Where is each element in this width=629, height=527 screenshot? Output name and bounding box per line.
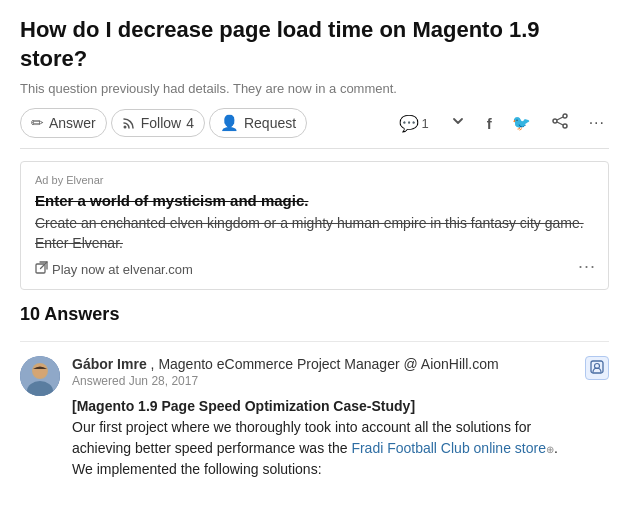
answer-author: Gábor Imre , Magento eCommerce Project M… <box>72 356 573 372</box>
svg-point-0 <box>123 126 126 129</box>
svg-point-2 <box>553 119 557 123</box>
answer-item: Gábor Imre , Magento eCommerce Project M… <box>20 356 609 480</box>
page-container: How do I decrease page load time on Mage… <box>0 0 629 480</box>
answer-body: [Magento 1.9 Page Speed Optimization Cas… <box>72 396 573 480</box>
comment-count: 1 <box>421 116 428 131</box>
author-name: Gábor Imre <box>72 356 147 372</box>
answers-count-header: 10 Answers <box>20 304 609 325</box>
request-icon: 👤 <box>220 114 239 132</box>
follow-button[interactable]: Follow 4 <box>111 109 205 137</box>
action-bar: ✏ Answer Follow 4 👤 Request 💬 1 <box>20 108 609 149</box>
twitter-icon: 🐦 <box>512 114 531 132</box>
downvote-button[interactable] <box>445 108 471 138</box>
fradi-link[interactable]: Fradi Football Club online store <box>351 440 546 456</box>
twitter-share-button[interactable]: 🐦 <box>508 110 535 136</box>
ad-label: Ad by Elvenar <box>35 174 594 186</box>
more-icon: ··· <box>589 114 605 132</box>
credential-icon <box>590 360 604 377</box>
more-options-button[interactable]: ··· <box>585 110 609 136</box>
ad-title: Enter a world of mysticism and magic. <box>35 192 594 209</box>
request-button[interactable]: 👤 Request <box>209 108 307 138</box>
svg-point-11 <box>33 364 47 378</box>
svg-line-5 <box>557 122 563 125</box>
share-icon <box>551 112 569 134</box>
avatar <box>20 356 60 396</box>
external-link-icon-small: ⊕ <box>546 444 554 455</box>
answer-label: Answer <box>49 115 96 131</box>
question-title: How do I decrease page load time on Mage… <box>20 16 609 73</box>
case-study-link: [Magento 1.9 Page Speed Optimization Cas… <box>72 398 415 414</box>
svg-line-7 <box>41 262 48 269</box>
social-actions: 💬 1 f 🐦 <box>395 108 609 138</box>
ad-more-button[interactable]: ··· <box>578 256 596 277</box>
request-label: Request <box>244 115 296 131</box>
rss-icon <box>122 116 136 130</box>
ad-link-text[interactable]: Play now at elvenar.com <box>52 262 193 277</box>
ad-link[interactable]: Play now at elvenar.com <box>35 261 594 277</box>
edit-icon: ✏ <box>31 114 44 132</box>
facebook-share-button[interactable]: f <box>483 111 496 136</box>
ad-block: Ad by Elvenar Enter a world of mysticism… <box>20 161 609 290</box>
answer-button[interactable]: ✏ Answer <box>20 108 107 138</box>
comment-button[interactable]: 💬 1 <box>395 110 432 137</box>
svg-line-4 <box>557 117 563 120</box>
answer-date: Answered Jun 28, 2017 <box>72 374 573 388</box>
downvote-icon <box>449 112 467 134</box>
svg-point-1 <box>563 114 567 118</box>
comment-icon: 💬 <box>399 114 419 133</box>
follow-count: 4 <box>186 115 194 131</box>
divider <box>20 341 609 342</box>
answer-meta: Gábor Imre , Magento eCommerce Project M… <box>72 356 573 480</box>
credential-badge[interactable] <box>585 356 609 380</box>
question-notice: This question previously had details. Th… <box>20 81 609 96</box>
follow-label: Follow <box>141 115 181 131</box>
author-credentials: , Magento eCommerce Project Manager @ Ai… <box>151 356 499 372</box>
ad-body: Create an enchanted elven kingdom or a m… <box>35 214 594 253</box>
share-button[interactable] <box>547 108 573 138</box>
svg-point-3 <box>563 124 567 128</box>
facebook-icon: f <box>487 115 492 132</box>
external-link-icon <box>35 261 48 277</box>
